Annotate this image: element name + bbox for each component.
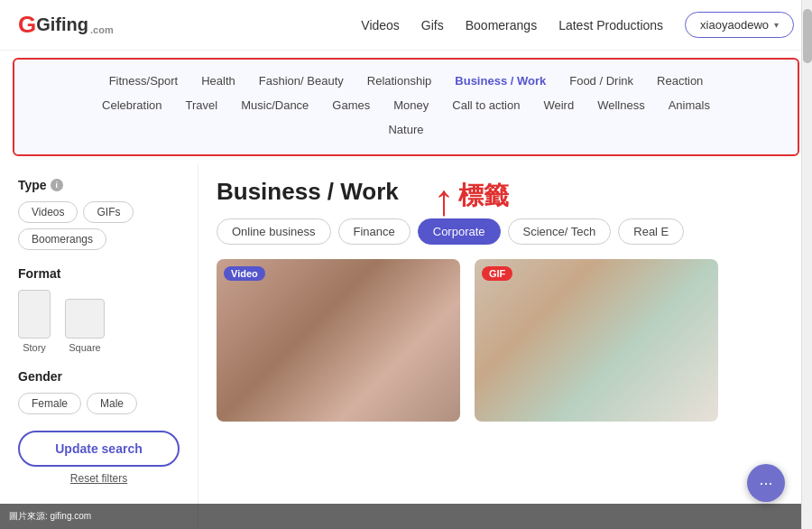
- cat-weird[interactable]: Weird: [534, 95, 583, 116]
- cat-music[interactable]: Music/Dance: [232, 95, 318, 116]
- gender-male-btn[interactable]: Male: [87, 393, 137, 414]
- type-gifs-btn[interactable]: GIFs: [83, 201, 134, 223]
- user-menu-button[interactable]: xiaoyaodewo ▾: [685, 12, 794, 38]
- bottom-bar: 圖片來源: gifing.com: [0, 504, 801, 529]
- card-image-2: [475, 259, 718, 422]
- cat-fashion[interactable]: Fashion/ Beauty: [250, 70, 353, 91]
- story-format[interactable]: Story: [18, 290, 51, 353]
- type-buttons: Videos GIFs Boomerangs: [18, 201, 180, 250]
- main-content: Type i Videos GIFs Boomerangs Format Sto…: [0, 163, 812, 529]
- nav-boomerangs[interactable]: Boomerangs: [466, 18, 537, 32]
- cat-animals[interactable]: Animals: [660, 95, 719, 116]
- cat-celebration[interactable]: Celebration: [93, 95, 171, 116]
- sub-online-business[interactable]: Online business: [217, 218, 331, 245]
- annotation-overlay: ↑ 標籤: [433, 179, 509, 222]
- scrollbar-thumb[interactable]: [803, 9, 812, 63]
- media-card-1[interactable]: Video: [217, 259, 460, 422]
- cat-travel[interactable]: Travel: [177, 95, 227, 116]
- square-shape[interactable]: [65, 299, 105, 339]
- format-section: Format Story Square: [18, 266, 180, 353]
- header: G Gifing .com Videos Gifs Boomerangs Lat…: [0, 0, 812, 51]
- logo-g: G: [18, 11, 36, 39]
- type-info-icon[interactable]: i: [51, 179, 63, 191]
- subcategory-tabs: Online business Finance Corporate Scienc…: [217, 218, 794, 245]
- cat-food[interactable]: Food / Drink: [560, 70, 642, 91]
- gender-label: Gender: [18, 369, 180, 384]
- bottom-text: 圖片來源: gifing.com: [9, 510, 91, 523]
- logo-dot-com: .com: [90, 24, 114, 35]
- type-label: Type i: [18, 178, 180, 192]
- arrow-up-icon: ↑: [433, 179, 455, 222]
- gender-buttons: Female Male: [18, 393, 180, 414]
- card-image-1: [217, 259, 460, 422]
- type-boomerangs-btn[interactable]: Boomerangs: [18, 228, 106, 250]
- categories-row-3: Nature: [32, 119, 780, 140]
- cat-money[interactable]: Money: [384, 95, 438, 116]
- square-label: Square: [69, 342, 100, 353]
- chevron-down-icon: ▾: [774, 20, 779, 30]
- nav-gifs[interactable]: Gifs: [421, 18, 444, 32]
- format-shapes: Story Square: [18, 290, 180, 353]
- video-badge: Video: [224, 266, 265, 281]
- gender-female-btn[interactable]: Female: [18, 393, 81, 414]
- categories-row-2: Celebration Travel Music/Dance Games Mon…: [32, 95, 780, 116]
- format-label: Format: [18, 266, 180, 281]
- media-grid: Video GIF: [217, 259, 794, 422]
- update-section: Update search Reset filters: [18, 431, 180, 485]
- cat-wellness[interactable]: Wellness: [588, 95, 654, 116]
- story-shape[interactable]: [18, 290, 51, 339]
- username: xiaoyaodewo: [700, 18, 769, 32]
- chat-icon: ···: [759, 474, 772, 493]
- nav-latest[interactable]: Latest Productions: [558, 18, 663, 32]
- cat-business[interactable]: Business / Work: [446, 70, 555, 91]
- cat-reaction[interactable]: Reaction: [648, 70, 712, 91]
- categories-bar: Fitness/Sport Health Fashion/ Beauty Rel…: [13, 58, 799, 156]
- square-format[interactable]: Square: [65, 299, 105, 353]
- annotation-text: 標籤: [458, 179, 509, 213]
- scrollbar[interactable]: [801, 0, 812, 529]
- sidebar: Type i Videos GIFs Boomerangs Format Sto…: [0, 163, 198, 529]
- reset-filters-link[interactable]: Reset filters: [18, 472, 180, 485]
- gender-section: Gender Female Male: [18, 369, 180, 414]
- cat-cta[interactable]: Call to action: [443, 95, 529, 116]
- cat-games[interactable]: Games: [323, 95, 379, 116]
- cat-relationship[interactable]: Relationship: [358, 70, 441, 91]
- sub-finance[interactable]: Finance: [338, 218, 411, 245]
- media-card-2[interactable]: GIF: [475, 259, 718, 422]
- chat-bubble-button[interactable]: ···: [747, 464, 785, 502]
- sub-science-tech[interactable]: Science/ Tech: [508, 218, 612, 245]
- logo: G Gifing .com: [18, 11, 114, 39]
- cat-nature[interactable]: Nature: [379, 119, 432, 140]
- update-search-button[interactable]: Update search: [18, 431, 180, 467]
- categories-row-1: Fitness/Sport Health Fashion/ Beauty Rel…: [32, 70, 780, 91]
- type-section: Type i Videos GIFs Boomerangs: [18, 178, 180, 250]
- sub-corporate[interactable]: Corporate: [418, 218, 501, 245]
- logo-text: Gifing: [36, 14, 88, 35]
- story-label: Story: [23, 342, 46, 353]
- main-nav: Videos Gifs Boomerangs Latest Production…: [361, 18, 663, 32]
- cat-fitness[interactable]: Fitness/Sport: [100, 70, 188, 91]
- nav-videos[interactable]: Videos: [361, 18, 400, 32]
- gif-badge: GIF: [482, 266, 512, 281]
- type-videos-btn[interactable]: Videos: [18, 201, 78, 223]
- cat-health[interactable]: Health: [192, 70, 245, 91]
- sub-real-estate[interactable]: Real E: [618, 218, 684, 245]
